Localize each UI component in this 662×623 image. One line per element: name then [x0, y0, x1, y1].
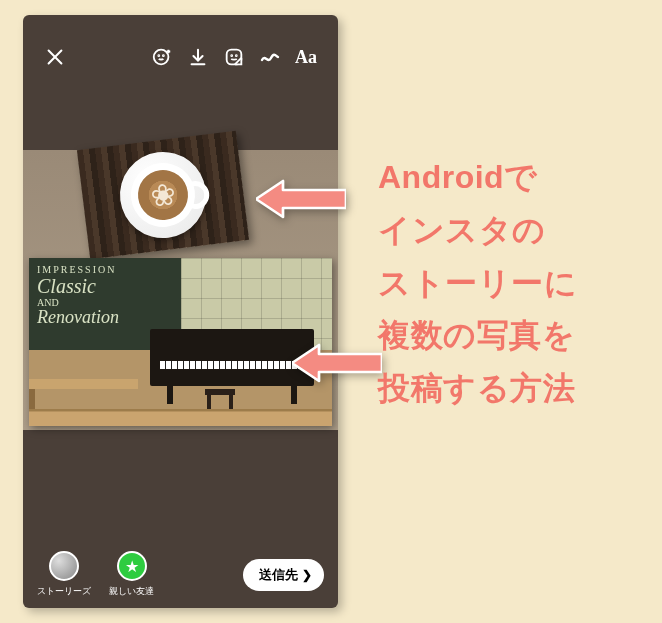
- close-button[interactable]: [37, 39, 73, 75]
- chevron-right-icon: ❯: [302, 568, 312, 582]
- story-editor-screen: Aa IMPRESSION Classic AND Renovation: [23, 15, 338, 608]
- annotation-arrow-2: [292, 340, 382, 386]
- sticker-button[interactable]: [216, 39, 252, 75]
- headline-line: ストーリーに: [378, 257, 577, 310]
- close-friends-icon: ★: [117, 551, 147, 581]
- svg-point-10: [231, 55, 232, 56]
- post-to-close-friends-button[interactable]: ★ 親しい友達: [109, 551, 154, 598]
- close-friends-label: 親しい友達: [109, 585, 154, 598]
- text-tool-label: Aa: [295, 47, 317, 68]
- draw-button[interactable]: [252, 39, 288, 75]
- stories-label: ストーリーズ: [37, 585, 91, 598]
- article-headline: Androidで インスタの ストーリーに 複数の写真を 投稿する方法: [378, 151, 577, 415]
- headline-line: インスタの: [378, 204, 577, 257]
- svg-marker-12: [256, 181, 346, 217]
- headline-line: Androidで: [378, 151, 577, 204]
- story-bottom-bar: ストーリーズ ★ 親しい友達 送信先 ❯: [23, 551, 338, 598]
- photo-latte[interactable]: [77, 131, 249, 260]
- svg-point-2: [154, 50, 169, 65]
- headline-line: 複数の写真を: [378, 309, 577, 362]
- piano-graphic: [150, 329, 314, 386]
- download-button[interactable]: [180, 39, 216, 75]
- svg-point-11: [236, 55, 237, 56]
- photo-cafe[interactable]: IMPRESSION Classic AND Renovation: [29, 258, 332, 426]
- svg-point-3: [158, 55, 159, 56]
- story-toolbar: Aa: [23, 35, 338, 79]
- text-tool-button[interactable]: Aa: [288, 39, 324, 75]
- face-effect-button[interactable]: [144, 39, 180, 75]
- headline-line: 投稿する方法: [378, 362, 577, 415]
- post-to-stories-button[interactable]: ストーリーズ: [37, 551, 91, 598]
- send-label: 送信先: [259, 566, 298, 584]
- send-to-button[interactable]: 送信先 ❯: [243, 559, 324, 591]
- annotation-arrow-1: [256, 176, 346, 222]
- avatar-icon: [49, 551, 79, 581]
- svg-marker-13: [292, 345, 382, 381]
- svg-point-4: [163, 55, 164, 56]
